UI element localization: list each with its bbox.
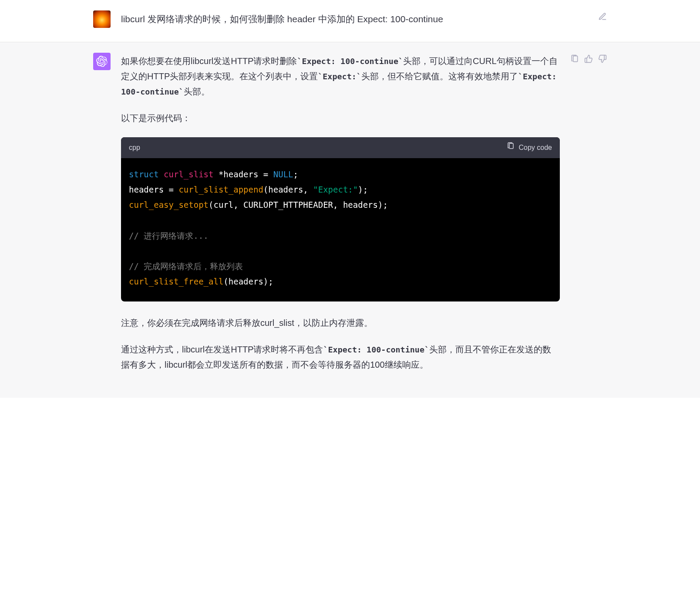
inline-code: `Expect: 100-continue` (297, 57, 403, 66)
user-message-inner: libcurl 发网络请求的时候，如何强制删除 header 中添加的 Expe… (93, 10, 607, 28)
assistant-message-actions (570, 53, 607, 63)
assistant-paragraph-1: 如果你想要在使用libcurl发送HTTP请求时删除`Expect: 100-c… (121, 54, 560, 99)
code-token: // 进行网络请求... (129, 231, 209, 240)
text-segment: 通过这种方式，libcurl在发送HTTP请求时将不再包含 (121, 345, 323, 354)
inline-code: `Expect:` (318, 72, 361, 81)
user-message-text: libcurl 发网络请求的时候，如何强制删除 header 中添加的 Expe… (121, 10, 588, 27)
svg-rect-1 (573, 56, 578, 61)
code-token: curl_slist (164, 169, 213, 179)
thumbs-up-icon[interactable] (584, 54, 593, 63)
svg-rect-0 (509, 143, 513, 149)
text-segment: 如果你想要在使用libcurl发送HTTP请求时删除 (121, 56, 297, 66)
assistant-message-inner: 如果你想要在使用libcurl发送HTTP请求时删除`Expect: 100-c… (93, 53, 607, 384)
assistant-paragraph-4: 通过这种方式，libcurl在发送HTTP请求时将不再包含`Expect: 10… (121, 342, 560, 372)
code-token: curl_slist_append (178, 185, 263, 194)
assistant-paragraph-3: 注意，你必须在完成网络请求后释放curl_slist，以防止内存泄露。 (121, 315, 560, 331)
code-block: cpp Copy code struct curl_slist *headers… (121, 137, 560, 301)
assistant-message-content: 如果你想要在使用libcurl发送HTTP请求时删除`Expect: 100-c… (121, 53, 560, 384)
copy-code-label: Copy code (519, 142, 552, 154)
assistant-avatar (93, 53, 111, 70)
code-token: curl_slist_free_all (129, 277, 223, 286)
assistant-paragraph-2: 以下是示例代码： (121, 111, 560, 126)
user-message-block: libcurl 发网络请求的时候，如何强制删除 header 中添加的 Expe… (0, 0, 700, 42)
code-token: (headers); (223, 277, 273, 286)
code-token: struct (129, 169, 159, 179)
code-token: curl_easy_setopt (129, 200, 209, 210)
inline-code: `Expect: 100-continue` (323, 345, 429, 354)
thumbs-down-icon[interactable] (598, 54, 607, 63)
user-avatar (93, 10, 111, 28)
code-token: NULL (273, 169, 293, 179)
code-block-header: cpp Copy code (121, 137, 560, 158)
clipboard-icon (507, 142, 515, 154)
code-token: (curl, CURLOPT_HTTPHEADER, headers); (209, 200, 388, 210)
code-language-label: cpp (129, 142, 140, 154)
clipboard-icon[interactable] (570, 54, 579, 63)
code-token: // 完成网络请求后，释放列表 (129, 261, 243, 271)
code-token: *headers = (213, 169, 273, 179)
text-segment: 头部，但不给它赋值。这将有效地禁用了 (361, 71, 518, 81)
code-token: (headers, (263, 185, 313, 194)
code-token: headers = (129, 185, 178, 194)
code-content[interactable]: struct curl_slist *headers = NULL; heade… (121, 158, 560, 301)
edit-icon[interactable] (598, 12, 607, 21)
code-token: "Expect:" (313, 185, 358, 194)
code-token: ; (293, 169, 298, 179)
assistant-message-block: 如果你想要在使用libcurl发送HTTP请求时删除`Expect: 100-c… (0, 42, 700, 398)
user-message-actions (598, 10, 607, 21)
code-token: ); (358, 185, 368, 194)
copy-code-button[interactable]: Copy code (507, 142, 552, 154)
text-segment: 头部。 (184, 87, 210, 96)
